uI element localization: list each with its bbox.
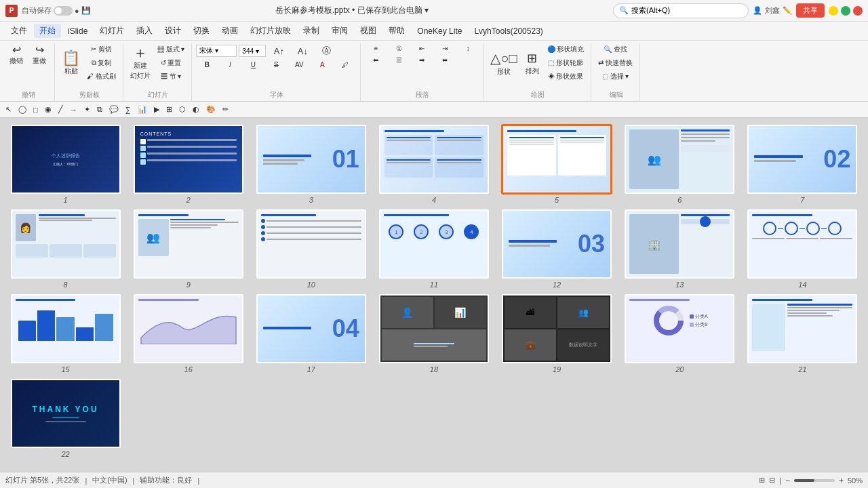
draw-callout[interactable]: 💬: [106, 104, 121, 115]
zoom-in-btn[interactable]: +: [839, 476, 844, 485]
slide-item[interactable]: 🏢 13: [621, 209, 738, 289]
zoom-bar[interactable]: [794, 479, 835, 482]
slide-item[interactable]: 03 12: [498, 209, 616, 289]
slide-item[interactable]: 16: [130, 294, 247, 373]
draw-equation[interactable]: ∑: [123, 104, 134, 115]
numbering-button[interactable]: ①: [388, 43, 410, 54]
close-button[interactable]: [853, 6, 863, 16]
slide-item[interactable]: 🏙 👥 💼 数据说明文字 19: [498, 294, 616, 373]
find-button[interactable]: 🔍 查找: [595, 43, 635, 56]
slide-item[interactable]: 01 3: [252, 125, 370, 204]
menu-item-OneKey Lite[interactable]: OneKey Lite: [412, 25, 467, 37]
highlight-button[interactable]: 🖊: [334, 60, 356, 70]
autosave-toggle[interactable]: [54, 6, 73, 16]
shape-fill-button[interactable]: 🔵 形状填充: [545, 43, 587, 56]
slide-item[interactable]: 👥 9: [130, 209, 247, 289]
font-size-select[interactable]: 344 ▾: [239, 45, 266, 57]
cut-button[interactable]: ✂ 剪切: [84, 43, 119, 56]
draw-media[interactable]: ▶: [151, 104, 162, 115]
slide-item[interactable]: 分类A 分类B 20: [621, 294, 738, 373]
menu-item-文件[interactable]: 文件: [5, 24, 33, 38]
char-spacing-button[interactable]: AV: [288, 60, 310, 70]
slide-item[interactable]: 4: [375, 125, 492, 204]
slide-item[interactable]: 04 17: [252, 294, 370, 373]
view-normal-btn[interactable]: ⊞: [759, 476, 765, 485]
arrange-button[interactable]: ⊞排列: [521, 44, 543, 82]
font-decrease-button[interactable]: A↓: [292, 45, 313, 58]
menu-item-iSlide[interactable]: iSlide: [62, 25, 93, 37]
shape-effect-button[interactable]: ◈ 形状效果: [545, 70, 587, 83]
menu-item-插入[interactable]: 插入: [131, 24, 158, 38]
replace-button[interactable]: ⇄ 快速替换: [595, 57, 635, 69]
bold-button[interactable]: B: [196, 60, 218, 70]
draw-chart[interactable]: 📊: [135, 104, 150, 115]
zoom-out-btn[interactable]: −: [785, 476, 790, 485]
slide-item[interactable]: 👥 6: [621, 125, 738, 204]
draw-color[interactable]: 🎨: [203, 104, 218, 115]
draw-flowchart[interactable]: ⧉: [94, 104, 105, 115]
menu-item-动画[interactable]: 动画: [216, 24, 243, 38]
font-increase-button[interactable]: A↑: [268, 45, 290, 58]
section-button[interactable]: ☰ 节 ▾: [155, 70, 188, 83]
menu-item-幻灯片[interactable]: 幻灯片: [94, 24, 130, 38]
undo-button[interactable]: ↩撤销: [5, 43, 27, 67]
redo-button[interactable]: ↪重做: [28, 43, 50, 67]
draw-rect[interactable]: □: [31, 104, 41, 115]
slide-item[interactable]: 👤 📊 18: [375, 294, 492, 373]
slide-item[interactable]: CONTENTS 2: [130, 125, 247, 204]
shape-outline-button[interactable]: ⬚ 形状轮廓: [545, 57, 587, 69]
paste-button[interactable]: 📋粘贴: [59, 44, 83, 82]
slide-item[interactable]: 5: [498, 125, 616, 204]
menu-item-帮助[interactable]: 帮助: [383, 24, 410, 38]
slide-item[interactable]: 02 7: [744, 125, 861, 204]
slide-item[interactable]: 15: [7, 294, 124, 373]
line-spacing-button[interactable]: ↕: [457, 43, 479, 54]
slide-item[interactable]: 个人述职报告 汇报人：XX部门 1: [7, 125, 124, 204]
decrease-indent-button[interactable]: ⇤: [411, 43, 433, 54]
draw-pen[interactable]: ✏: [220, 104, 231, 115]
align-left-button[interactable]: ⬅: [365, 55, 387, 65]
slide-item[interactable]: THANK YOU 22: [7, 379, 124, 458]
justify-button[interactable]: ⬌: [434, 55, 456, 65]
font-color-button[interactable]: A: [311, 60, 333, 70]
minimize-button[interactable]: [829, 6, 838, 16]
new-slide-button[interactable]: ＋新建幻灯片: [127, 44, 153, 82]
maximize-button[interactable]: [841, 6, 850, 16]
draw-more2[interactable]: ⬡: [176, 104, 189, 115]
layout-button[interactable]: ▦ 版式 ▾: [155, 43, 188, 56]
font-family-select[interactable]: 宋体 ▾: [196, 45, 237, 57]
draw-line[interactable]: ╱: [56, 104, 66, 115]
view-sorter-btn[interactable]: ⊟: [769, 476, 775, 485]
select-button[interactable]: ⬚ 选择 ▾: [595, 70, 635, 83]
align-center-button[interactable]: ☰: [388, 55, 410, 65]
draw-circle2[interactable]: ◉: [42, 104, 54, 115]
slide-item[interactable]: 👩 8: [7, 209, 124, 289]
menu-item-切换[interactable]: 切换: [188, 24, 215, 38]
slide-item[interactable]: 14: [744, 209, 861, 289]
underline-button[interactable]: U: [242, 60, 264, 70]
draw-star[interactable]: ✦: [81, 104, 93, 115]
menu-item-设计[interactable]: 设计: [159, 24, 186, 38]
reset-button[interactable]: ↺ 重置: [155, 57, 188, 69]
slide-item[interactable]: 10: [252, 209, 370, 289]
draw-shapes[interactable]: ◯: [16, 104, 29, 115]
bullets-button[interactable]: ≡: [365, 43, 387, 54]
copy-button[interactable]: ⧉ 复制: [84, 57, 119, 69]
draw-arrow[interactable]: →: [67, 104, 80, 115]
share-button[interactable]: 共享: [796, 3, 825, 18]
strikethrough-button[interactable]: S: [265, 60, 287, 70]
menu-item-LvyhTools(200523)[interactable]: LvyhTools(200523): [469, 25, 548, 37]
align-right-button[interactable]: ➡: [411, 55, 433, 65]
menu-item-开始[interactable]: 开始: [34, 24, 61, 38]
slide-item[interactable]: 1 2 3 4 11: [375, 209, 492, 289]
search-bar[interactable]: 🔍 搜索(Alt+Q): [613, 3, 749, 18]
italic-button[interactable]: I: [219, 60, 241, 70]
menu-item-录制[interactable]: 录制: [298, 24, 325, 38]
slide-item[interactable]: 21: [744, 294, 861, 373]
draw-select[interactable]: ↖: [3, 104, 14, 115]
shapes-button[interactable]: △○□形状: [488, 44, 519, 82]
menu-item-审阅[interactable]: 审阅: [326, 24, 353, 38]
menu-item-视图[interactable]: 视图: [355, 24, 382, 38]
menu-item-幻灯片放映[interactable]: 幻灯片放映: [245, 24, 296, 38]
format-painter-button[interactable]: 🖌 格式刷: [84, 70, 119, 83]
